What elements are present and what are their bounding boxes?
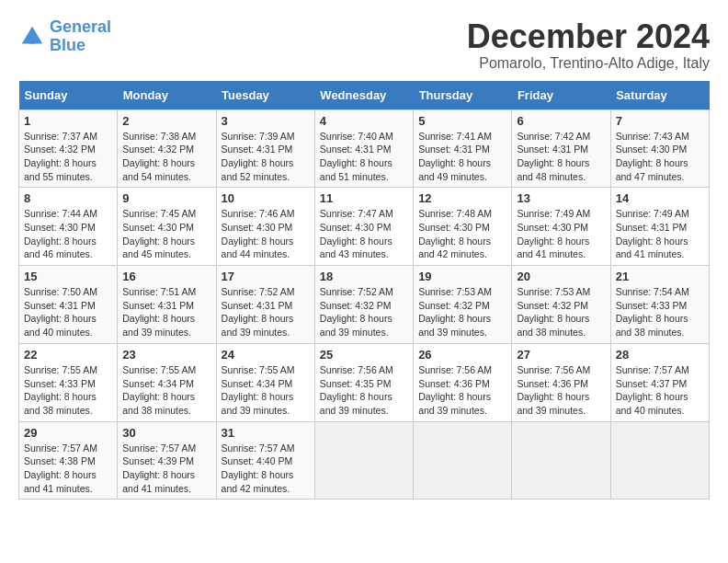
calendar-cell: 7Sunrise: 7:43 AM Sunset: 4:30 PM Daylig…	[610, 109, 709, 188]
day-number: 28	[616, 348, 704, 362]
day-info: Sunrise: 7:49 AM Sunset: 4:31 PM Dayligh…	[616, 207, 704, 261]
day-number: 2	[122, 114, 210, 128]
day-info: Sunrise: 7:55 AM Sunset: 4:33 PM Dayligh…	[24, 363, 112, 418]
logo-icon	[18, 23, 46, 51]
logo-text: General Blue	[50, 18, 111, 55]
calendar-cell: 19Sunrise: 7:53 AM Sunset: 4:32 PM Dayli…	[414, 266, 512, 344]
calendar-cell: 27Sunrise: 7:56 AM Sunset: 4:36 PM Dayli…	[512, 343, 610, 421]
calendar-cell: 26Sunrise: 7:56 AM Sunset: 4:36 PM Dayli…	[414, 343, 512, 421]
day-number: 31	[222, 426, 310, 440]
weekday-header-wednesday: Wednesday	[314, 81, 413, 110]
day-number: 5	[418, 114, 506, 128]
day-number: 11	[320, 191, 408, 205]
day-number: 18	[320, 270, 408, 283]
calendar-cell: 9Sunrise: 7:45 AM Sunset: 4:30 PM Daylig…	[118, 188, 216, 266]
calendar-cell: 25Sunrise: 7:56 AM Sunset: 4:35 PM Dayli…	[314, 343, 413, 421]
calendar-cell	[610, 421, 709, 500]
calendar-cell: 18Sunrise: 7:52 AM Sunset: 4:32 PM Dayli…	[314, 266, 413, 344]
weekday-header-tuesday: Tuesday	[216, 81, 314, 110]
day-info: Sunrise: 7:39 AM Sunset: 4:31 PM Dayligh…	[222, 130, 310, 184]
location-title: Pomarolo, Trentino-Alto Adige, Italy	[467, 55, 710, 72]
day-info: Sunrise: 7:42 AM Sunset: 4:31 PM Dayligh…	[517, 130, 605, 184]
day-info: Sunrise: 7:52 AM Sunset: 4:31 PM Dayligh…	[222, 285, 310, 339]
day-number: 6	[517, 114, 605, 128]
day-info: Sunrise: 7:55 AM Sunset: 4:34 PM Dayligh…	[222, 363, 310, 418]
day-info: Sunrise: 7:48 AM Sunset: 4:30 PM Dayligh…	[418, 207, 506, 261]
day-number: 10	[222, 191, 310, 205]
calendar-cell	[512, 421, 610, 500]
day-info: Sunrise: 7:40 AM Sunset: 4:31 PM Dayligh…	[320, 130, 408, 184]
day-number: 12	[418, 191, 506, 205]
day-info: Sunrise: 7:57 AM Sunset: 4:38 PM Dayligh…	[24, 442, 112, 496]
day-number: 4	[320, 114, 408, 128]
day-info: Sunrise: 7:56 AM Sunset: 4:36 PM Dayligh…	[418, 363, 506, 418]
day-info: Sunrise: 7:43 AM Sunset: 4:30 PM Dayligh…	[616, 130, 704, 184]
calendar-week-4: 22Sunrise: 7:55 AM Sunset: 4:33 PM Dayli…	[19, 343, 710, 421]
day-number: 15	[24, 270, 112, 283]
calendar-cell: 24Sunrise: 7:55 AM Sunset: 4:34 PM Dayli…	[216, 343, 314, 421]
calendar-cell: 3Sunrise: 7:39 AM Sunset: 4:31 PM Daylig…	[216, 109, 314, 188]
day-info: Sunrise: 7:56 AM Sunset: 4:36 PM Dayligh…	[517, 363, 605, 418]
calendar-cell: 28Sunrise: 7:57 AM Sunset: 4:37 PM Dayli…	[610, 343, 709, 421]
calendar-cell: 17Sunrise: 7:52 AM Sunset: 4:31 PM Dayli…	[216, 266, 314, 344]
day-number: 1	[24, 114, 112, 128]
day-number: 8	[24, 191, 112, 205]
calendar-cell: 14Sunrise: 7:49 AM Sunset: 4:31 PM Dayli…	[610, 188, 709, 266]
day-info: Sunrise: 7:47 AM Sunset: 4:30 PM Dayligh…	[320, 207, 408, 261]
calendar-table: SundayMondayTuesdayWednesdayThursdayFrid…	[18, 81, 710, 500]
day-number: 13	[517, 191, 605, 205]
day-info: Sunrise: 7:57 AM Sunset: 4:39 PM Dayligh…	[122, 442, 210, 496]
calendar-cell: 20Sunrise: 7:53 AM Sunset: 4:32 PM Dayli…	[512, 266, 610, 344]
calendar-cell: 2Sunrise: 7:38 AM Sunset: 4:32 PM Daylig…	[118, 109, 216, 188]
svg-rect-1	[28, 37, 36, 44]
day-number: 17	[222, 270, 310, 283]
day-number: 24	[222, 348, 310, 362]
day-number: 9	[122, 191, 210, 205]
day-info: Sunrise: 7:51 AM Sunset: 4:31 PM Dayligh…	[122, 285, 210, 339]
day-info: Sunrise: 7:50 AM Sunset: 4:31 PM Dayligh…	[24, 285, 112, 339]
title-section: December 2024 Pomarolo, Trentino-Alto Ad…	[467, 18, 710, 72]
weekday-header-thursday: Thursday	[414, 81, 512, 110]
day-info: Sunrise: 7:53 AM Sunset: 4:32 PM Dayligh…	[517, 285, 605, 339]
page-header: General Blue December 2024 Pomarolo, Tre…	[18, 18, 710, 72]
calendar-cell: 6Sunrise: 7:42 AM Sunset: 4:31 PM Daylig…	[512, 109, 610, 188]
day-number: 29	[24, 426, 112, 440]
day-info: Sunrise: 7:52 AM Sunset: 4:32 PM Dayligh…	[320, 285, 408, 339]
calendar-cell: 10Sunrise: 7:46 AM Sunset: 4:30 PM Dayli…	[216, 188, 314, 266]
day-info: Sunrise: 7:44 AM Sunset: 4:30 PM Dayligh…	[24, 207, 112, 261]
calendar-cell: 29Sunrise: 7:57 AM Sunset: 4:38 PM Dayli…	[19, 421, 118, 500]
day-info: Sunrise: 7:49 AM Sunset: 4:30 PM Dayligh…	[517, 207, 605, 261]
day-number: 22	[24, 348, 112, 362]
day-number: 21	[616, 270, 704, 283]
day-info: Sunrise: 7:57 AM Sunset: 4:37 PM Dayligh…	[616, 363, 704, 418]
calendar-cell: 13Sunrise: 7:49 AM Sunset: 4:30 PM Dayli…	[512, 188, 610, 266]
day-info: Sunrise: 7:56 AM Sunset: 4:35 PM Dayligh…	[320, 363, 408, 418]
calendar-week-2: 8Sunrise: 7:44 AM Sunset: 4:30 PM Daylig…	[19, 188, 710, 266]
day-number: 14	[616, 191, 704, 205]
calendar-cell: 5Sunrise: 7:41 AM Sunset: 4:31 PM Daylig…	[414, 109, 512, 188]
day-info: Sunrise: 7:53 AM Sunset: 4:32 PM Dayligh…	[418, 285, 506, 339]
day-number: 3	[222, 114, 310, 128]
weekday-header-monday: Monday	[118, 81, 216, 110]
calendar-week-5: 29Sunrise: 7:57 AM Sunset: 4:38 PM Dayli…	[19, 421, 710, 500]
day-info: Sunrise: 7:38 AM Sunset: 4:32 PM Dayligh…	[122, 130, 210, 184]
weekday-header-sunday: Sunday	[19, 81, 118, 110]
weekday-header-row: SundayMondayTuesdayWednesdayThursdayFrid…	[19, 81, 710, 110]
calendar-cell: 1Sunrise: 7:37 AM Sunset: 4:32 PM Daylig…	[19, 109, 118, 188]
calendar-cell: 4Sunrise: 7:40 AM Sunset: 4:31 PM Daylig…	[314, 109, 413, 188]
day-number: 7	[616, 114, 704, 128]
day-info: Sunrise: 7:54 AM Sunset: 4:33 PM Dayligh…	[616, 285, 704, 339]
day-number: 26	[418, 348, 506, 362]
day-number: 30	[122, 426, 210, 440]
calendar-cell: 8Sunrise: 7:44 AM Sunset: 4:30 PM Daylig…	[19, 188, 118, 266]
calendar-cell	[414, 421, 512, 500]
day-number: 25	[320, 348, 408, 362]
day-number: 20	[517, 270, 605, 283]
day-number: 27	[517, 348, 605, 362]
calendar-cell: 30Sunrise: 7:57 AM Sunset: 4:39 PM Dayli…	[118, 421, 216, 500]
day-info: Sunrise: 7:41 AM Sunset: 4:31 PM Dayligh…	[418, 130, 506, 184]
calendar-cell: 16Sunrise: 7:51 AM Sunset: 4:31 PM Dayli…	[118, 266, 216, 344]
day-info: Sunrise: 7:57 AM Sunset: 4:40 PM Dayligh…	[222, 442, 310, 496]
weekday-header-friday: Friday	[512, 81, 610, 110]
day-info: Sunrise: 7:45 AM Sunset: 4:30 PM Dayligh…	[122, 207, 210, 261]
